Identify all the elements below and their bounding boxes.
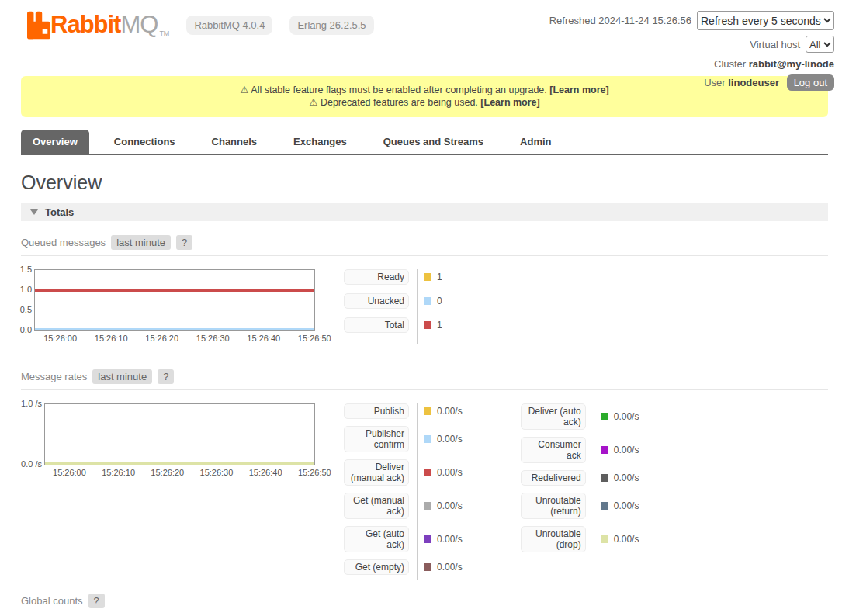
unroutable-return-value: 0.00/s — [614, 500, 639, 511]
unacked-value: 0 — [437, 296, 442, 306]
cluster-label: Cluster — [714, 58, 746, 70]
legend-divider — [594, 403, 594, 580]
total-value: 1 — [437, 320, 442, 330]
user-label: User — [704, 77, 725, 88]
ready-swatch — [424, 273, 431, 281]
tab-exchanges[interactable]: Exchanges — [282, 130, 359, 154]
deprecated-features-warning: ⚠ Deprecated features are being used. [L… — [21, 97, 828, 108]
queued-chart-plot — [34, 269, 315, 331]
logout-button[interactable]: Log out — [787, 74, 834, 91]
virtual-host-select[interactable]: All — [806, 36, 834, 53]
deliver-manual-ack-swatch — [424, 469, 431, 476]
legend-divider — [417, 403, 418, 580]
get-auto-ack-value: 0.00/s — [437, 534, 463, 545]
queued-help-icon[interactable]: ? — [176, 235, 192, 250]
rates-legend-right-column: Deliver (auto ack) 0.00/s Consumer ack 0… — [521, 403, 639, 582]
total-swatch — [424, 321, 431, 329]
refreshed-timestamp: Refreshed 2024-11-24 15:26:56 — [549, 15, 691, 26]
ready-value: 1 — [437, 272, 442, 282]
publish-value: 0.00/s — [437, 406, 463, 417]
ready-label[interactable]: Ready — [344, 269, 409, 285]
redelivered-swatch — [601, 474, 608, 482]
queued-chart-x-axis: 15:26:0015:26:1015:26:2015:26:3015:26:40… — [34, 334, 315, 346]
legend-row-deliver-auto-ack: Deliver (auto ack) 0.00/s — [521, 403, 639, 430]
total-label[interactable]: Total — [344, 317, 409, 333]
legend-row-redelivered: Redelivered 0.00/s — [521, 470, 639, 486]
legend-row-get-manual-ack: Get (manual ack) 0.00/s — [344, 493, 463, 519]
publisher-confirm-label[interactable]: Publisher confirm — [344, 426, 409, 452]
unroutable-return-label[interactable]: Unroutable (return) — [521, 493, 586, 519]
rates-chart-y-axis: 1.0 /s0.0 /s — [21, 403, 44, 465]
redelivered-label[interactable]: Redelivered — [521, 470, 586, 486]
trademark-label: TM — [159, 29, 169, 37]
legend-row-ready: Ready 1 — [344, 269, 442, 285]
deliver-manual-ack-value: 0.00/s — [437, 467, 463, 478]
totals-section-toggle[interactable]: Totals — [21, 203, 828, 221]
header: RabbitMQ TM RabbitMQ 4.0.4 Erlang 26.2.5… — [0, 0, 849, 73]
get-auto-ack-swatch — [424, 535, 431, 543]
global-counts-help-icon[interactable]: ? — [88, 594, 105, 608]
chevron-down-icon — [30, 209, 38, 215]
legend-row-deliver-manual-ack: Deliver (manual ack) 0.00/s — [344, 459, 463, 486]
virtual-host-label: Virtual host — [750, 39, 800, 50]
rabbitmq-logo[interactable]: RabbitMQ TM — [27, 11, 169, 40]
rates-chart-plot — [44, 403, 315, 465]
rates-help-icon[interactable]: ? — [158, 369, 174, 384]
queued-legend: Ready 1 Unacked 0 Total 1 — [344, 269, 442, 346]
get-empty-value: 0.00/s — [437, 562, 463, 573]
logo-text: RabbitMQ — [50, 11, 158, 39]
legend-row-get-empty: Get (empty) 0.00/s — [344, 559, 463, 575]
publish-swatch — [424, 407, 431, 415]
rates-legend: Publish 0.00/s Publisher confirm 0.00/s … — [344, 403, 639, 582]
get-manual-ack-value: 0.00/s — [437, 500, 463, 511]
deprecated-learn-more-link[interactable]: [Learn more] — [480, 97, 539, 108]
erlang-version-badge: Erlang 26.2.5.5 — [289, 16, 373, 35]
consumer-ack-value: 0.00/s — [614, 445, 639, 455]
unroutable-drop-value: 0.00/s — [614, 534, 639, 545]
rates-range-badge[interactable]: last minute — [92, 369, 152, 384]
legend-divider — [417, 269, 418, 344]
page-title: Overview — [21, 171, 828, 194]
publish-label[interactable]: Publish — [344, 403, 409, 419]
deliver-auto-ack-label[interactable]: Deliver (auto ack) — [521, 403, 586, 430]
tab-channels[interactable]: Channels — [200, 130, 269, 154]
message-rates-chart: 1.0 /s0.0 /s 15:26:0015:26:1015:26:2015:… — [21, 403, 315, 582]
legend-row-publisher-confirm: Publisher confirm 0.00/s — [344, 426, 463, 452]
consumer-ack-swatch — [601, 446, 608, 454]
rates-chart-x-axis: 15:26:0015:26:1015:26:2015:26:3015:26:40… — [44, 468, 315, 480]
cluster-name: rabbit@my-linode — [749, 58, 834, 70]
legend-row-get-auto-ack: Get (auto ack) 0.00/s — [344, 526, 463, 552]
legend-row-unroutable-drop: Unroutable (drop) 0.00/s — [521, 526, 639, 552]
get-auto-ack-label[interactable]: Get (auto ack) — [344, 526, 409, 552]
consumer-ack-label[interactable]: Consumer ack — [521, 437, 586, 463]
tab-queues-and-streams[interactable]: Queues and Streams — [372, 130, 495, 154]
tab-admin[interactable]: Admin — [508, 130, 563, 154]
queued-range-badge[interactable]: last minute — [111, 235, 171, 250]
rabbit-icon — [27, 11, 50, 40]
global-counts-heading: Global counts ? — [21, 594, 828, 614]
tab-overview[interactable]: Overview — [21, 130, 89, 154]
unacked-swatch — [424, 297, 431, 305]
redelivered-value: 0.00/s — [614, 472, 639, 483]
unacked-label[interactable]: Unacked — [344, 293, 409, 309]
queued-messages-heading: Queued messages last minute ? — [21, 235, 828, 256]
main-nav-tabs: Overview Connections Channels Exchanges … — [21, 130, 828, 155]
unroutable-drop-label[interactable]: Unroutable (drop) — [521, 526, 586, 552]
unroutable-drop-swatch — [601, 535, 608, 543]
legend-row-publish: Publish 0.00/s — [344, 403, 463, 419]
get-manual-ack-label[interactable]: Get (manual ack) — [344, 493, 409, 519]
tab-connections[interactable]: Connections — [102, 130, 187, 154]
queued-chart-y-axis: 1.51.00.50.0 — [21, 269, 34, 331]
get-empty-swatch — [424, 563, 431, 571]
legend-row-unacked: Unacked 0 — [344, 293, 442, 309]
queued-messages-chart: 1.51.00.50.0 15:26:0015:26:1015:26:2015:… — [21, 269, 315, 346]
refresh-interval-select[interactable]: Refresh every 5 seconds — [697, 11, 834, 30]
get-manual-ack-swatch — [424, 502, 431, 510]
rabbitmq-overview-page: RabbitMQ TM RabbitMQ 4.0.4 Erlang 26.2.5… — [0, 0, 849, 616]
deliver-manual-ack-label[interactable]: Deliver (manual ack) — [344, 459, 409, 486]
legend-row-total: Total 1 — [344, 317, 442, 333]
user-name: linodeuser — [728, 77, 779, 88]
get-empty-label[interactable]: Get (empty) — [344, 559, 409, 575]
publisher-confirm-value: 0.00/s — [437, 434, 463, 445]
rabbitmq-version-badge: RabbitMQ 4.0.4 — [186, 16, 272, 35]
